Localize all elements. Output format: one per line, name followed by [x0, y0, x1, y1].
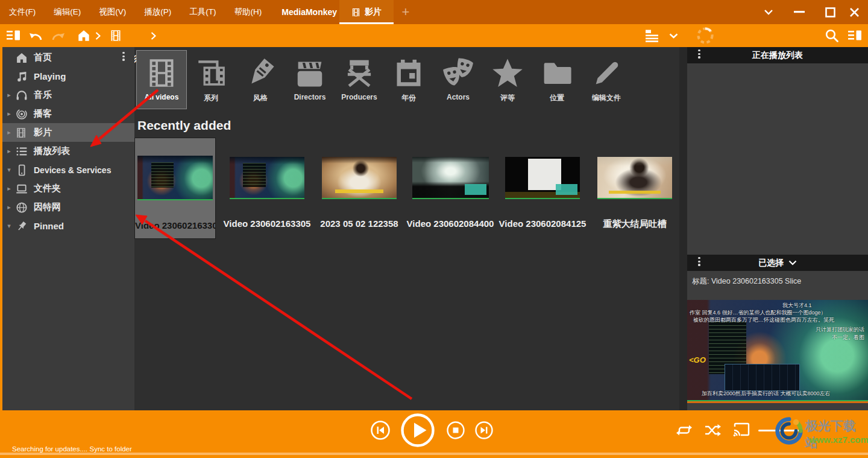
expander-icon[interactable]: ▾: [2, 222, 16, 230]
category-genre[interactable]: 风格: [236, 51, 285, 109]
smartphone-icon: [16, 164, 34, 176]
expander-icon[interactable]: ▸: [2, 110, 16, 118]
expander-icon[interactable]: ▸: [2, 203, 16, 211]
video-preview[interactable]: 我大号才4.1 作室 回复4.6 很好…省的某些人也配和我圈一个图doge） 被…: [687, 300, 868, 403]
breadcrumb-chevron-icon[interactable]: [151, 32, 156, 40]
menu-edit[interactable]: 编辑(E): [45, 0, 90, 24]
film-icon: [16, 127, 34, 139]
sidebar-item-label: Devices & Services: [34, 165, 111, 175]
expander-icon[interactable]: ▾: [2, 166, 16, 174]
sidebar-item-label: 影片: [34, 127, 52, 138]
stop-button[interactable]: [446, 421, 465, 442]
menu-play[interactable]: 播放(P): [135, 0, 180, 24]
cast-icon: [732, 422, 750, 437]
search-button[interactable]: [825, 28, 839, 43]
home-icon: [16, 52, 34, 64]
play-button[interactable]: [400, 413, 435, 450]
video-title: Video 230602084400: [407, 218, 494, 229]
sidebar-item-label: 播放列表: [34, 145, 70, 157]
panel-menu-button[interactable]: [694, 49, 704, 62]
now-playing-header[interactable]: 正在播放列表: [687, 47, 868, 63]
sidebar-item-music[interactable]: ▸ 音乐: [2, 86, 134, 104]
expander-icon[interactable]: ▸: [2, 91, 16, 99]
expander-icon[interactable]: ▸: [2, 147, 16, 155]
panel-menu-button[interactable]: [694, 257, 704, 269]
next-button[interactable]: [474, 421, 494, 442]
repeat-button[interactable]: [676, 422, 693, 441]
category-bar: All videos 系列 风格 Directors Producers 年份: [137, 51, 631, 109]
menu-tools[interactable]: 工具(T): [180, 0, 225, 24]
category-year[interactable]: 年份: [384, 51, 433, 109]
playlist-icon: [16, 145, 34, 157]
category-all-videos[interactable]: All videos: [137, 51, 186, 109]
tab-movies[interactable]: 影片: [339, 0, 394, 24]
view-mode-button[interactable]: [645, 29, 659, 42]
music-note-icon: [16, 71, 34, 83]
loading-spinner: [696, 26, 715, 45]
menu-file[interactable]: 文件(F): [0, 0, 45, 24]
menu-help[interactable]: 帮助(H): [225, 0, 271, 24]
undo-button[interactable]: [28, 29, 43, 42]
category-directors[interactable]: Directors: [285, 51, 335, 109]
breadcrumb-home-button[interactable]: [77, 29, 90, 42]
video-thumbnail: [597, 157, 672, 199]
category-producers[interactable]: Producers: [335, 51, 384, 109]
sidebar-item-playing[interactable]: Playing: [2, 67, 134, 86]
new-tab-button[interactable]: +: [397, 4, 415, 20]
main-content: All videos 系列 风格 Directors Producers 年份: [137, 47, 679, 410]
minimize-button[interactable]: [789, 4, 810, 21]
cast-button[interactable]: [732, 422, 750, 440]
category-label: 年份: [401, 93, 416, 103]
video-item[interactable]: Video 230602084400: [404, 157, 497, 229]
sidebar: 首页 Playing ▸ 音乐 ▸ 播客 ▸ 影片 ▸ 播放列表: [0, 47, 134, 410]
sidebar-menu-button[interactable]: [119, 52, 128, 64]
expander-icon[interactable]: ▸: [2, 129, 16, 136]
sidebar-item-playlists[interactable]: ▸ 播放列表: [2, 142, 134, 161]
video-item[interactable]: Video 230602084125: [496, 157, 589, 229]
sidebar-item-pinned[interactable]: ▾ Pinned: [2, 217, 134, 235]
globe-icon: [16, 202, 34, 214]
selected-header[interactable]: 已选择: [687, 255, 868, 271]
meta-value: Video 230602163305 Slice: [711, 277, 801, 285]
previous-button[interactable]: [370, 420, 391, 443]
sidebar-toggle-button[interactable]: [6, 29, 20, 42]
shuffle-icon: [704, 422, 721, 439]
tab-label: 影片: [365, 7, 382, 17]
podcast-icon: [16, 108, 34, 120]
view-mode-dropdown[interactable]: [669, 33, 678, 39]
sidebar-item-internet[interactable]: ▸ 因特网: [2, 198, 134, 217]
film-icon: [146, 56, 177, 91]
redo-button[interactable]: [51, 29, 66, 42]
category-edit-files[interactable]: 编辑文件: [582, 51, 631, 109]
preview-text: 不一定。看图: [832, 334, 864, 342]
category-series[interactable]: 系列: [186, 51, 236, 109]
sidebar-item-devices[interactable]: ▾ Devices & Services: [2, 161, 134, 179]
sidebar-item-movies[interactable]: ▸ 影片: [2, 123, 134, 142]
chevron-down-icon: [669, 33, 678, 39]
video-title: Video 23060216330...: [135, 220, 215, 231]
video-card-selected[interactable]: Video 23060216330...: [134, 138, 216, 239]
sidebar-item-podcasts[interactable]: ▸ 播客: [2, 104, 134, 123]
home-icon: [77, 29, 90, 42]
category-label: 系列: [204, 93, 218, 103]
sidebar-item-folders[interactable]: ▸ 文件夹: [2, 179, 134, 198]
shuffle-button[interactable]: [704, 422, 721, 441]
sidebar-item-label: Playing: [34, 71, 66, 81]
video-item[interactable]: Video 230602163305: [221, 157, 313, 229]
close-button[interactable]: [844, 4, 864, 21]
category-actors[interactable]: Actors: [433, 51, 483, 109]
expander-icon[interactable]: ▸: [2, 185, 16, 192]
video-title: Video 230602084125: [499, 218, 587, 229]
window-menu-button[interactable]: [758, 4, 779, 21]
category-rating[interactable]: 评等: [483, 51, 532, 109]
right-panel-toggle-button[interactable]: [848, 29, 862, 42]
maximize-button[interactable]: [820, 4, 840, 21]
video-item[interactable]: 2023 05 02 122358: [313, 157, 406, 229]
player-bar: Searching for updates.... Sync to folder: [0, 410, 868, 458]
breadcrumb-chevron-icon: [95, 32, 101, 40]
menu-view[interactable]: 视图(V): [90, 0, 135, 24]
video-item[interactable]: 重紫大结局吐槽: [588, 157, 681, 230]
sidebar-item-home[interactable]: 首页: [2, 48, 134, 67]
scrollbar-gutter[interactable]: [679, 47, 687, 410]
category-location[interactable]: 位置: [532, 51, 582, 109]
